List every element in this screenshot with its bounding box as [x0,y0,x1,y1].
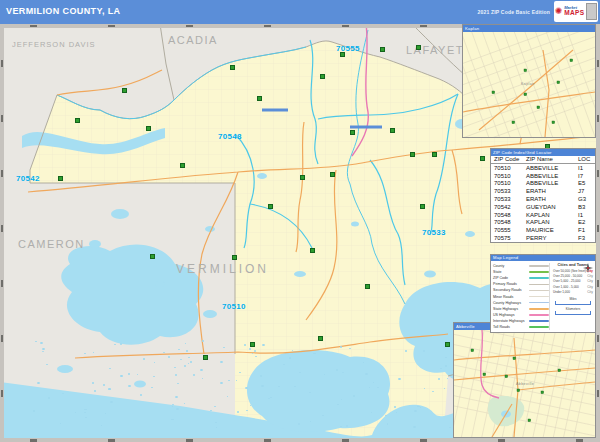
map-product-page: { "header": { "title": "VERMILION COUNTY… [0,0,600,442]
inset-map-abbeville: Abbeville [453,322,596,438]
inset-city-label: Abbeville [516,382,534,386]
inset-map-area: Kaplan [463,32,595,137]
table-cell: 70542 [491,203,523,211]
table-cell: 70510 [491,164,523,172]
compass-rose-icon [583,263,593,273]
table-cell: ERATH [523,195,575,203]
frame-tick [1,335,4,342]
table-cell: G3 [575,195,595,203]
legend-line-sample [529,320,549,322]
frame-tick [30,439,37,442]
city-size-range: Over 5,000 - 25,000 [553,279,581,283]
map-frame-left [0,24,4,442]
table-cell: 70510 [491,172,523,180]
legend-line-sample [529,277,549,279]
table-cell: KAPLAN [523,211,575,219]
table-row: 70533ERATHJ7 [491,187,595,195]
frame-tick [1,60,4,67]
frame-tick [597,280,600,287]
legend-line-sample [529,308,549,310]
table-cell: PERRY [523,234,575,242]
city-size-range: Over 25,000 - 50,000 [553,274,582,278]
brand-logo: ✺ Market MAPS [554,1,598,22]
city-sample-label: City [587,285,593,289]
city-sample-label: City [587,279,593,283]
zip-table-column-header: ZIP Code [491,156,523,164]
page-title: VERMILION COUNTY, LA [6,6,121,16]
legend-item-label: Toll Roads [493,325,510,329]
frame-tick [597,335,600,342]
table-cell: ERATH [523,187,575,195]
legend-line-sample [529,296,549,298]
city-size-row: Over 25,000 - 50,000City [553,273,593,278]
frame-tick [186,439,193,442]
city-size-range: Under 1,000 [553,290,570,294]
table-cell: KAPLAN [523,218,575,226]
legend-line-sample [529,271,549,273]
frame-tick [1,280,4,287]
table-row: 70575PERRYF3 [491,234,595,242]
table-cell: E2 [575,218,595,226]
table-row: 70510ABBEVILLEE5 [491,180,595,188]
inset-title: Kaplan [463,25,595,32]
inset-map-kaplan: Kaplan [462,24,596,138]
inset-map-area: Abbeville [454,330,595,437]
legend-line-sample [529,290,549,292]
frame-tick [597,115,600,122]
legend-line-sample [529,265,549,267]
table-cell: 70548 [491,218,523,226]
frame-tick [264,25,271,28]
table-row: 70548KAPLANE2 [491,218,595,226]
legend-line-sample [529,314,549,316]
legend-line-items: CountyStateZIP CodePrimary RoadsSecondar… [493,263,549,330]
frame-tick [498,439,505,442]
map-frame-right [596,24,600,442]
city-size-row: Over 5,000 - 25,000City [553,279,593,284]
legend-item-label: ZIP Code [493,276,508,280]
city-size-row: Over 1,000 - 5,000City [553,284,593,289]
map-frame-bottom [0,438,600,442]
table-cell: F1 [575,226,595,234]
table-cell: 70575 [491,234,523,242]
frame-tick [597,390,600,397]
legend-line-sample [529,326,549,328]
title-bar: VERMILION COUNTY, LA 2021 ZIP Code Basic… [0,0,600,24]
edition-label: 2021 ZIP Code Basic Edition [477,9,550,15]
frame-tick [342,439,349,442]
city-sample-label: City [587,274,593,278]
frame-tick [108,439,115,442]
legend-item: Toll Roads [493,324,549,330]
frame-tick [597,225,600,232]
city-size-range: Over 50,000 (See Inset) [553,269,586,273]
frame-tick [342,25,349,28]
table-row: 70555MAURICEF1 [491,226,595,234]
table-cell: 70533 [491,195,523,203]
zip-index-panel: ZIP Code Index/Grid Locator ZIP CodeZIP … [490,148,596,243]
county-map: JEFFERSON DAVISACADIALAFAYETTECAMERONVER… [0,24,600,442]
frame-tick [108,25,115,28]
table-cell: B3 [575,203,595,211]
frame-tick [420,439,427,442]
legend-line-sample [529,284,549,286]
scale-bar-km: Kilometers [553,307,593,315]
legend-item-label: Secondary Roads [493,288,522,292]
table-cell: F3 [575,234,595,242]
table-cell: I1 [575,211,595,219]
table-row: 70548KAPLANI1 [491,211,595,219]
frame-tick [1,225,4,232]
legend-item-label: State Highways [493,307,518,311]
table-row: 70533ERATHG3 [491,195,595,203]
table-cell: 70510 [491,180,523,188]
legend-item-label: Interstate Highways [493,319,525,323]
city-size-range: Over 1,000 - 5,000 [553,285,579,289]
zip-table-header: ZIP CodeZIP NameLOC [491,156,595,164]
frame-tick [420,25,427,28]
legend-item-label: US Highways [493,313,515,317]
table-cell: ABBEVILLE [523,180,575,188]
inset-city-label: Kaplan [521,82,535,86]
table-cell: ABBEVILLE [523,164,575,172]
zip-table-column-header: LOC [575,156,595,164]
zip-index-title: ZIP Code Index/Grid Locator [491,149,595,156]
legend-item-label: Primary Roads [493,282,517,286]
frame-tick [576,439,583,442]
